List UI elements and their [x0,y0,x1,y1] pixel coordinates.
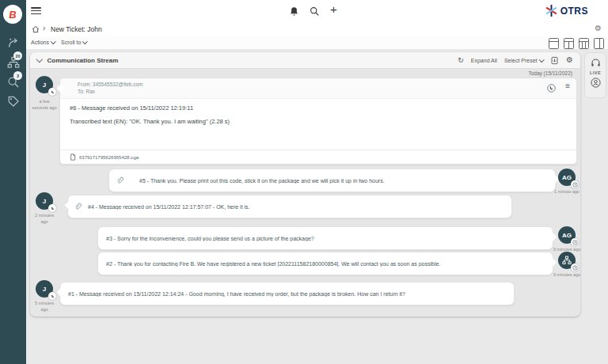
actions-bar: Actions Scroll to [26,36,608,50]
message-bubble[interactable]: #2 - Thank you for contacting Fire B. We… [97,252,553,275]
column-layout-switcher [549,38,604,49]
scroll-to-dropdown[interactable]: Scroll to [61,40,87,45]
message-menu-icon[interactable]: ≡ [565,82,570,90]
message-text: #4 - Message received on 15/11/2022 12:1… [88,204,250,210]
refresh-icon[interactable]: ↻ [458,57,464,64]
chevron-down-icon [51,39,55,44]
layout-three-columns-icon[interactable] [579,38,589,49]
otrs-brand-logo: OTRS [545,4,588,17]
system-sitemap-icon [562,256,572,265]
date-separator: Today (15/11/2022) [528,70,572,76]
communication-stream-widget: Communication Stream ↻ Expand All Select… [30,52,580,317]
message-bubble[interactable]: #3 - Sorry for the inconvenience, could … [97,226,553,250]
bubble-tail [55,287,66,298]
search-icon[interactable] [310,6,320,17]
message-title: #6 - Message received on 15/11/2022 12:1… [70,104,193,112]
breadcrumb-separator: › [43,24,45,32]
bubble-tail [55,83,66,93]
widget-title: Communication Stream [48,57,119,64]
actions-dropdown[interactable]: Actions [31,40,55,45]
bubble-tail [63,200,74,210]
layout-right-panel-icon[interactable] [594,38,604,49]
otrs-asterisk-icon [545,4,558,17]
clock-icon [571,238,579,246]
attachment-row[interactable]: 6379171795626955428.oga [60,150,576,164]
content-area: Communication Stream ↻ Expand All Select… [26,49,608,364]
search-tags-badge: 3 [13,71,22,80]
otrs-brand-name: OTRS [560,6,588,17]
breadcrumb-bar: › New Ticket: John ⚙ [26,22,608,37]
live-label: LIVE [590,70,601,75]
file-icon [70,154,76,161]
clock-icon [571,264,579,271]
phone-channel-icon [48,292,56,300]
organization-chart-badge: 20 [13,51,22,60]
collapse-widget-chevron-icon[interactable] [36,56,43,63]
message-bubble[interactable]: #1 - Message received on 15/11/2022 12:1… [59,282,515,305]
avatar: AG [558,226,576,244]
page-settings-gear-icon[interactable]: ⚙ [595,24,602,32]
message-time-ago: 5 minutes ago [32,301,57,313]
message-time-ago: 3 minutes ago [547,272,587,279]
page-title: New Ticket: John [51,25,102,33]
bubble-tail [548,232,558,242]
expanded-message: From: 345545532@fieb.com To: Rax ≡ #6 - … [59,78,577,165]
paperclip-icon [74,203,82,210]
message-body: Transcribed text (EN): "OK. Thank you. I… [70,118,230,125]
company-logo[interactable]: B [3,5,22,24]
phone-channel-icon [48,204,56,212]
avatar: J [36,280,53,298]
avatar: J [36,76,53,93]
headset-icon[interactable] [591,58,601,68]
tag-icon[interactable] [7,95,20,108]
expand-all-button[interactable]: Expand All [471,58,497,63]
message-text: #2 - Thank you for contacting Fire B. We… [106,261,440,267]
avatar-system [558,252,576,269]
chevron-down-icon [539,57,544,62]
widget-settings-gear-icon[interactable]: ⚙ [566,56,573,64]
message-text: #3 - Sorry for the inconvenience, could … [106,236,314,241]
person-circle-icon[interactable] [591,78,601,88]
paperclip-icon [116,176,124,184]
create-new-icon[interactable]: + [330,2,337,16]
main-menu-icon[interactable] [31,7,41,15]
sidebar: B 20 3 [0,0,26,364]
message-text: #1 - Message received on 15/11/2022 12:1… [68,291,405,297]
phone-call-icon[interactable] [547,84,556,93]
phone-channel-icon [48,88,56,96]
otrs-agent-app: B 20 3 [0,0,608,364]
message-bubble[interactable]: #4 - Message received on 15/11/2022 12:1… [67,195,512,218]
clock-icon [571,180,579,188]
message-bubble[interactable]: #5 - Thank you. Please print out this co… [108,169,556,192]
communication-stream-body: Today (15/11/2022) J a few seconds ago F… [30,69,580,317]
message-to: To: Rax [78,89,95,94]
avatar: AG [558,169,576,186]
select-preset-dropdown[interactable]: Select Preset [504,58,543,63]
message-time-ago: 1 minute ago [547,189,587,195]
quick-action-star-arrow-icon[interactable] [7,36,20,49]
company-logo-letter: B [9,9,16,21]
message-meta-band: From: 345545532@fieb.com To: Rax ≡ [60,78,576,99]
live-chat-rail: LIVE [584,52,606,98]
home-icon[interactable] [32,25,40,33]
notifications-bell-icon[interactable] [289,6,299,17]
top-bar: + OTRS [26,0,608,23]
save-preset-icon[interactable] [550,56,559,65]
message-time-ago: a few seconds ago [32,99,57,112]
bubble-tail [548,257,558,267]
layout-one-column-icon[interactable] [549,38,559,49]
message-time-ago: 2 minutes ago [32,213,57,226]
layout-two-columns-icon[interactable] [564,38,574,49]
avatar: J [36,192,53,210]
communication-stream-header: Communication Stream ↻ Expand All Select… [30,52,580,69]
attachment-name: 6379171795626955428.oga [79,155,139,160]
message-from: From: 345545532@fieb.com [78,82,142,87]
chevron-down-icon [82,39,87,44]
message-text: #5 - Thank you. Please print out this co… [139,178,385,184]
